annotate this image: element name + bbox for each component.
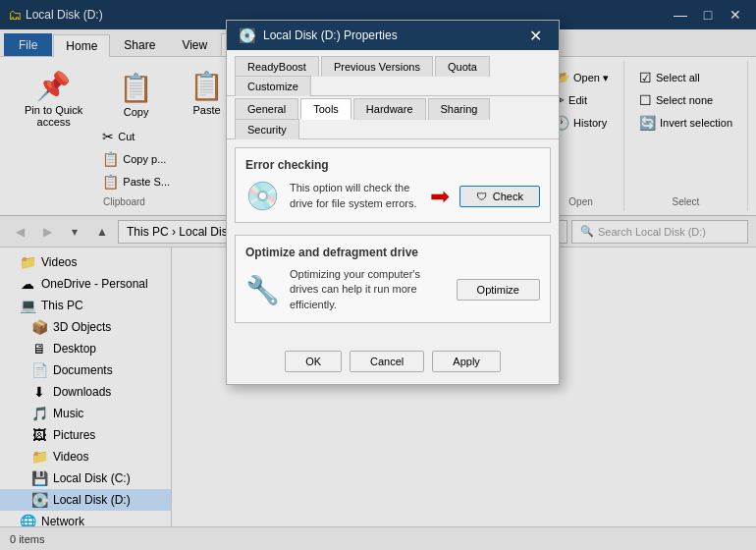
dialog-title-left: 💽 Local Disk (D:) Properties	[239, 28, 398, 43]
dialog-tabs: ReadyBoost Previous Versions Quota Custo…	[227, 50, 559, 96]
dialog-body: Error checking 💿 This option will check …	[227, 139, 559, 343]
dialog-tab-customize[interactable]: Customize	[235, 76, 311, 96]
dialog-tabs-row2: General Tools Hardware Sharing Security	[227, 96, 559, 139]
optimize-button[interactable]: Optimize	[457, 279, 540, 301]
dialog-footer: OK Cancel Apply	[227, 343, 559, 384]
ok-button[interactable]: OK	[285, 351, 342, 372]
dialog-tab-tools[interactable]: Tools	[300, 98, 351, 120]
properties-dialog: 💽 Local Disk (D:) Properties ✕ ReadyBoos…	[226, 20, 560, 385]
dialog-title-icon: 💽	[239, 28, 255, 43]
dialog-close-button[interactable]: ✕	[523, 24, 547, 47]
arrow-icon: ➡	[430, 183, 450, 210]
error-checking-icon: 💿	[245, 180, 280, 212]
dialog-tab-general[interactable]: General	[235, 98, 298, 120]
dialog-tab-readyboost[interactable]: ReadyBoost	[235, 56, 319, 77]
apply-button[interactable]: Apply	[432, 351, 501, 372]
dialog-tab-previous-versions[interactable]: Previous Versions	[321, 56, 433, 77]
error-checking-title: Error checking	[245, 158, 540, 172]
check-shield-icon: 🛡	[476, 191, 487, 202]
dialog-overlay: 💽 Local Disk (D:) Properties ✕ ReadyBoos…	[0, 0, 756, 550]
dialog-tab-hardware[interactable]: Hardware	[353, 98, 426, 120]
error-checking-text: This option will check the drive for fil…	[290, 181, 420, 211]
error-checking-body: 💿 This option will check the drive for f…	[245, 180, 540, 212]
check-button[interactable]: 🛡 Check	[459, 186, 540, 207]
dialog-tab-quota[interactable]: Quota	[435, 56, 490, 77]
optimize-section: Optimize and defragment drive 🔧 Optimizi…	[235, 235, 551, 323]
optimize-btn-area: Optimize	[457, 279, 540, 301]
check-btn-area: 🛡 Check	[459, 186, 540, 207]
optimize-icon: 🔧	[245, 274, 280, 306]
optimize-title: Optimize and defragment drive	[245, 246, 540, 259]
dialog-title-text: Local Disk (D:) Properties	[263, 28, 398, 42]
optimize-text: Optimizing your computer's drives can he…	[290, 267, 447, 312]
dialog-tab-sharing[interactable]: Sharing	[428, 98, 491, 120]
dialog-title-bar: 💽 Local Disk (D:) Properties ✕	[227, 21, 559, 50]
error-checking-section: Error checking 💿 This option will check …	[235, 147, 551, 223]
dialog-tab-security[interactable]: Security	[235, 119, 299, 139]
cancel-button[interactable]: Cancel	[350, 351, 424, 372]
optimize-body: 🔧 Optimizing your computer's drives can …	[245, 267, 540, 312]
